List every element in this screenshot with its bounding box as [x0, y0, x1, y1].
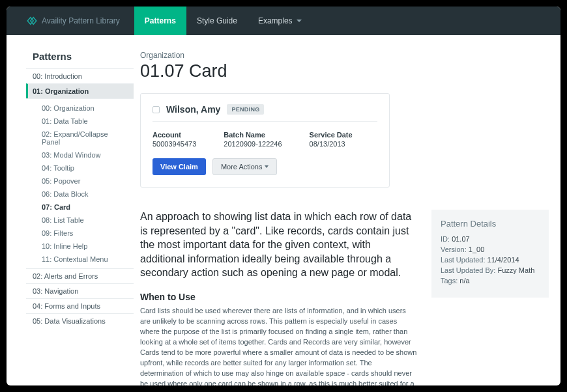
sidebar-sub-item[interactable]: 07: Card	[26, 201, 134, 214]
pattern-details-panel: Pattern Details ID: 01.07Version: 1_00La…	[431, 210, 549, 298]
main-content: Organization 01.07 Card Wilson, Amy PEND…	[134, 35, 560, 385]
sidebar-item[interactable]: 04: Forms and Inputs	[26, 298, 134, 313]
card-field: Account50003945473	[153, 131, 196, 148]
card-field-value: 08/13/2013	[310, 140, 353, 148]
brand-label: Availity Pattern Library	[42, 16, 120, 25]
pattern-description: An approach to showing list data in whic…	[140, 210, 417, 280]
card-person-name: Wilson, Amy	[166, 104, 220, 115]
view-claim-button[interactable]: View Claim	[153, 158, 206, 175]
sidebar-sub-item[interactable]: 06: Data Block	[26, 188, 134, 201]
nav-item-label: Examples	[258, 16, 293, 25]
sidebar-item[interactable]: 00: Introduction	[26, 68, 134, 83]
nav-item-patterns[interactable]: Patterns	[134, 7, 186, 35]
example-card: Wilson, Amy PENDING Account50003945473Ba…	[140, 93, 390, 188]
nav-item-label: Patterns	[145, 16, 176, 25]
sidebar-sub-item[interactable]: 03: Modal Window	[26, 148, 134, 161]
details-key: ID:	[441, 235, 452, 243]
sidebar-item[interactable]: 05: Data Visualizations	[26, 313, 134, 328]
card-field: Service Date08/13/2013	[310, 131, 353, 148]
sidebar-sub-item[interactable]: 00: Organization	[26, 102, 134, 115]
sidebar-sub-item[interactable]: 04: Tooltip	[26, 161, 134, 175]
details-value: 1_00	[469, 245, 484, 253]
breadcrumb: Organization	[140, 51, 549, 60]
details-value: 01.07	[452, 235, 470, 243]
card-field-value: 20120909-122246	[224, 140, 282, 148]
sidebar-sub-item[interactable]: 09: Filters	[26, 227, 134, 240]
details-key: Last Updated By:	[441, 266, 497, 274]
details-value: n/a	[459, 277, 469, 285]
more-actions-button[interactable]: More Actions	[212, 158, 278, 175]
details-row: Version: 1_00	[441, 245, 540, 253]
details-row: Last Updated By: Fuzzy Math	[441, 266, 540, 274]
sidebar: Patterns 00: Introduction01: Organizatio…	[7, 35, 134, 385]
page-title: 01.07 Card	[140, 61, 549, 81]
sidebar-sub-item[interactable]: 05: Popover	[26, 175, 134, 188]
sidebar-title: Patterns	[26, 51, 134, 68]
brand[interactable]: Availity Pattern Library	[26, 15, 120, 27]
card-field-label: Batch Name	[224, 131, 282, 139]
chevron-down-icon	[265, 165, 269, 168]
card-checkbox[interactable]	[153, 106, 160, 113]
nav-item-examples[interactable]: Examples	[248, 7, 312, 35]
sidebar-sub-item[interactable]: 08: List Table	[26, 214, 134, 227]
nav-item-label: Style Guide	[197, 16, 237, 25]
details-row: Last Updated: 11/4/2014	[441, 256, 540, 264]
more-actions-label: More Actions	[221, 163, 263, 171]
details-key: Last Updated:	[441, 256, 487, 264]
card-field-value: 50003945473	[153, 140, 196, 148]
details-row: ID: 01.07	[441, 235, 540, 243]
sidebar-sub-item[interactable]: 01: Data Table	[26, 115, 134, 128]
sidebar-item[interactable]: 01: Organization	[26, 83, 134, 98]
details-key: Version:	[441, 245, 469, 253]
card-field-label: Account	[153, 131, 196, 139]
pattern-details-title: Pattern Details	[441, 219, 540, 229]
details-value: 11/4/2014	[487, 256, 519, 264]
when-to-use-heading: When to Use	[140, 292, 417, 302]
card-field-label: Service Date	[310, 131, 353, 139]
when-to-use-body: Card lists should be used wherever there…	[140, 306, 417, 385]
card-field: Batch Name20120909-122246	[224, 131, 282, 148]
sidebar-item[interactable]: 02: Alerts and Errors	[26, 268, 134, 283]
nav-item-style-guide[interactable]: Style Guide	[186, 7, 248, 35]
details-row: Tags: n/a	[441, 277, 540, 285]
sidebar-sub-item[interactable]: 02: Expand/Collapse Panel	[26, 128, 134, 148]
status-badge: PENDING	[227, 104, 264, 115]
sidebar-item[interactable]: 03: Navigation	[26, 283, 134, 298]
sidebar-sub-item[interactable]: 11: Contextual Menu	[26, 253, 134, 266]
chevron-down-icon	[297, 20, 302, 22]
details-value: Fuzzy Math	[497, 266, 534, 274]
brand-logo-icon	[26, 15, 38, 27]
sidebar-sub-item[interactable]: 10: Inline Help	[26, 240, 134, 253]
top-nav: Availity Pattern Library PatternsStyle G…	[7, 7, 560, 35]
details-key: Tags:	[441, 277, 459, 285]
